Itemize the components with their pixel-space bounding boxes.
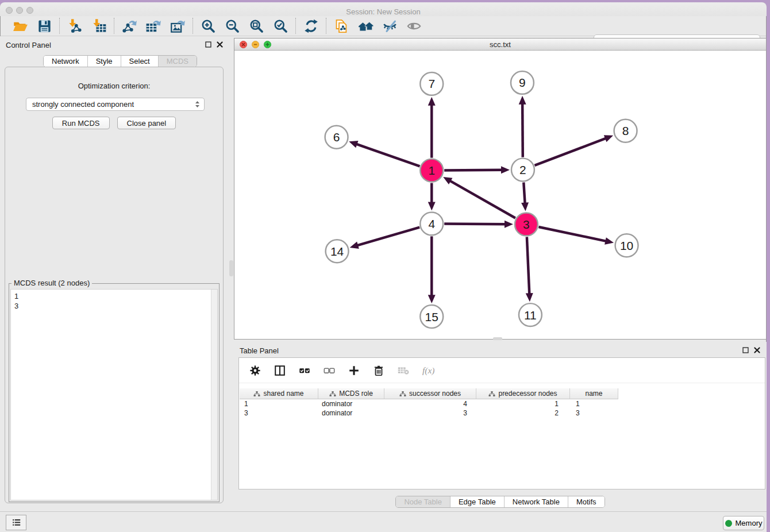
table-toolbar-fx-button[interactable]: f(x) (421, 364, 435, 377)
toolbar-zoom-in-button[interactable] (200, 18, 216, 34)
vertical-splitter-handle[interactable] (229, 260, 233, 276)
column-header-name[interactable]: name (570, 388, 618, 399)
cell-successor-nodes[interactable]: 4 (384, 400, 476, 408)
close-panel-button[interactable]: Close panel (117, 117, 176, 129)
table-toolbar-select-all-button[interactable] (298, 364, 311, 377)
tab-network-table[interactable]: Network Table (505, 496, 568, 507)
toolbar-duplicate-network-button[interactable] (333, 18, 349, 34)
edge-2-9[interactable] (522, 103, 523, 157)
cell-shared-name[interactable]: 3 (240, 409, 318, 417)
control-panel-title: Control Panel (6, 41, 51, 49)
toolbar-export-image-button[interactable] (170, 18, 186, 34)
toolbar-save-button[interactable] (36, 18, 52, 34)
toolbar-view-eye-button[interactable] (406, 18, 422, 34)
graph-node-9[interactable]: 9 (511, 71, 534, 94)
column-header-predecessor-nodes[interactable]: predecessor nodes (476, 388, 570, 399)
tab-edge-table[interactable]: Edge Table (451, 496, 505, 507)
edge-1-6[interactable] (356, 144, 420, 166)
toolbar-export-network-button[interactable] (121, 18, 137, 34)
memory-button[interactable]: Memory (723, 516, 764, 530)
tab-mcds[interactable]: MCDS (159, 56, 197, 67)
column-header-MCDS-role[interactable]: MCDS role (318, 388, 384, 399)
graph-node-7[interactable]: 7 (420, 72, 443, 95)
table-panel: Table Panel f(x) shared nameMCDS rolesuc… (234, 342, 767, 511)
graph-node-8[interactable]: 8 (614, 119, 637, 142)
cell-predecessor-nodes[interactable]: 1 (476, 400, 570, 408)
graph-node-15[interactable]: 15 (420, 305, 443, 328)
toolbar-export-table-button[interactable] (145, 18, 161, 34)
run-mcds-button[interactable]: Run MCDS (52, 117, 110, 129)
tab-motifs[interactable]: Motifs (568, 496, 605, 507)
graph-node-14[interactable]: 14 (326, 240, 349, 263)
tree-icon (253, 391, 260, 397)
toolbar-hide-eye-button[interactable] (382, 18, 398, 34)
graph-node-11[interactable]: 11 (519, 303, 542, 326)
cell-name[interactable]: 1 (570, 400, 618, 408)
cell-MCDS-role[interactable]: dominator (318, 409, 384, 417)
criterion-dropdown[interactable]: strongly connected component (26, 98, 205, 111)
edge-3-1[interactable] (449, 180, 515, 218)
node-label-10: 10 (620, 239, 633, 252)
graph-node-1[interactable]: 1 (420, 159, 443, 182)
edge-3-10[interactable] (538, 227, 607, 241)
column-header-successor-nodes[interactable]: successor nodes (384, 388, 476, 399)
cell-name[interactable]: 3 (570, 409, 618, 417)
node-table-container: f(x) shared nameMCDS rolesuccessor nodes… (238, 357, 765, 489)
cell-shared-name[interactable]: 1 (240, 400, 318, 408)
edge-1-2[interactable] (444, 170, 503, 171)
network-canvas[interactable]: 7968124314101511 (234, 51, 766, 339)
cell-successor-nodes[interactable]: 3 (384, 409, 476, 417)
tab-node-table[interactable]: Node Table (396, 496, 451, 507)
table-toolbar-trash-button[interactable] (372, 364, 386, 377)
duplicate-network-icon (334, 18, 349, 34)
column-header-shared-name[interactable]: shared name (240, 388, 318, 399)
edge-arrowhead-2-8 (604, 135, 613, 142)
toolbar-import-table-button[interactable] (91, 18, 107, 34)
node-label-15: 15 (425, 310, 438, 323)
edge-arrowhead-2-3 (521, 202, 529, 211)
edge-3-11[interactable] (527, 237, 529, 295)
table-toolbar-add-button[interactable] (347, 364, 361, 377)
horizontal-splitter-handle[interactable] (493, 337, 502, 340)
network-frame-titlebar[interactable]: scc.txt (234, 38, 766, 51)
table-toolbar-delete-table-button[interactable] (396, 364, 410, 377)
table-row-1[interactable]: 3dominator323 (240, 408, 764, 418)
table-row-0[interactable]: 1dominator411 (240, 399, 764, 408)
close-table-panel-icon[interactable] (753, 346, 761, 354)
memory-status-dot (725, 520, 732, 527)
memory-label: Memory (736, 519, 763, 527)
toolbar-zoom-fit-button[interactable] (248, 18, 264, 34)
graph-node-3[interactable]: 3 (515, 213, 538, 236)
import-network-icon (67, 18, 83, 34)
edge-2-3[interactable] (523, 182, 525, 204)
table-browser-tabs: Node TableEdge TableNetwork TableMotifs (395, 496, 605, 508)
graph-node-6[interactable]: 6 (325, 126, 348, 149)
tab-select[interactable]: Select (121, 56, 159, 67)
close-panel-icon[interactable] (216, 41, 224, 48)
cell-MCDS-role[interactable]: dominator (318, 400, 384, 408)
float-panel-icon[interactable] (205, 41, 212, 48)
toolbar-refresh-button[interactable] (303, 18, 319, 34)
cell-predecessor-nodes[interactable]: 2 (476, 409, 570, 417)
graph-node-2[interactable]: 2 (511, 159, 534, 182)
toolbar-home-button[interactable] (357, 18, 374, 34)
tab-network[interactable]: Network (44, 56, 88, 67)
table-toolbar-columns-button[interactable] (273, 364, 287, 377)
table-toolbar-gear-button[interactable] (248, 364, 262, 377)
toolbar-import-network-button[interactable] (67, 18, 83, 34)
table-toolbar-deselect-all-button[interactable] (322, 364, 336, 377)
toolbar-zoom-selected-button[interactable] (272, 18, 288, 34)
edge-4-3[interactable] (444, 224, 506, 225)
edge-2-8[interactable] (534, 138, 606, 165)
result-scrollbar[interactable] (211, 290, 217, 500)
task-history-button[interactable] (6, 515, 26, 530)
save-icon (37, 18, 52, 34)
graph-node-10[interactable]: 10 (615, 234, 638, 257)
edge-4-14[interactable] (356, 228, 419, 246)
float-table-panel-icon[interactable] (742, 346, 749, 354)
tab-style[interactable]: Style (88, 56, 121, 67)
toolbar-zoom-out-button[interactable] (224, 18, 240, 34)
mcds-result-textarea[interactable]: 1 3 (10, 289, 218, 500)
graph-node-4[interactable]: 4 (420, 212, 443, 235)
toolbar-open-folder-button[interactable] (12, 18, 28, 34)
